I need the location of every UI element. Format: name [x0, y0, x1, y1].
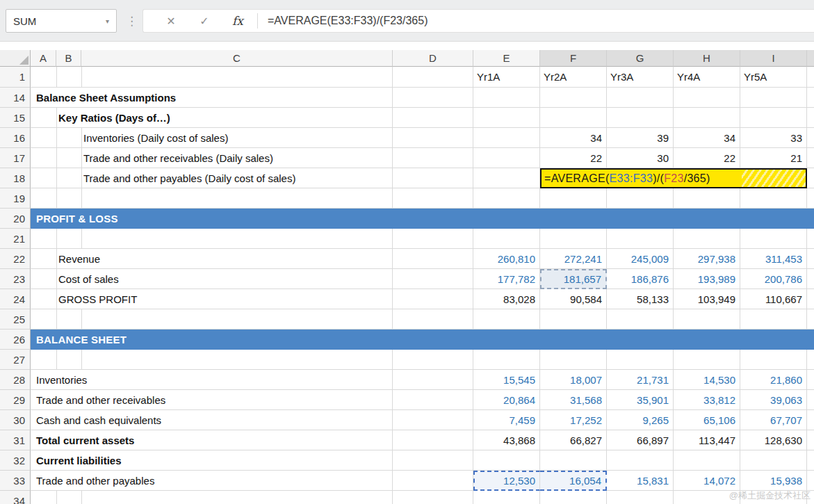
label-cell-r14[interactable]: Balance Sheet Assumptions	[31, 88, 393, 108]
label-cell-r29[interactable]: Trade and other receivables	[31, 390, 393, 410]
cell-F25[interactable]	[540, 309, 607, 330]
cell-E15[interactable]	[473, 108, 540, 128]
cell-G34[interactable]	[607, 491, 674, 504]
label-cell-r27[interactable]	[31, 350, 393, 370]
cell-I14[interactable]	[740, 88, 807, 108]
cell-F19[interactable]	[540, 188, 607, 209]
cell-H30[interactable]: 65,106	[674, 410, 740, 430]
cell-I22[interactable]: 311,453	[740, 249, 807, 269]
cell-G17[interactable]: 30	[607, 148, 674, 168]
label-cell-r30[interactable]: Cash and cash equivalents	[31, 410, 393, 430]
cell-F22[interactable]: 272,241	[540, 249, 607, 269]
cell-F30[interactable]: 17,252	[540, 410, 607, 430]
cell-G30[interactable]: 9,265	[607, 410, 674, 430]
cell-I31[interactable]: 128,630	[740, 430, 807, 450]
cell-H14[interactable]	[674, 88, 740, 108]
row-header-24[interactable]: 24	[0, 289, 31, 309]
cell-H33[interactable]: 14,072	[674, 471, 740, 491]
label-cell-r31[interactable]: Total current assets	[31, 430, 393, 450]
cell-H29[interactable]: 33,812	[674, 390, 740, 410]
cell-E32[interactable]	[473, 450, 540, 471]
column-header-D[interactable]: D	[393, 50, 473, 67]
cell-E30[interactable]: 7,459	[473, 410, 540, 430]
cell-D34[interactable]	[393, 491, 473, 504]
cell-D23[interactable]	[393, 269, 473, 289]
cell-H23[interactable]: 193,989	[674, 269, 740, 289]
cell-D28[interactable]	[393, 370, 473, 390]
cell-E34[interactable]	[473, 491, 540, 504]
cell-E14[interactable]	[473, 88, 540, 108]
cell-F21[interactable]	[540, 229, 607, 249]
row-header-20[interactable]: 20	[0, 209, 31, 229]
cell-H16[interactable]: 34	[674, 128, 740, 148]
cell-E25[interactable]	[473, 309, 540, 330]
cell-I24[interactable]: 110,667	[740, 289, 807, 309]
column-header-A[interactable]: A	[31, 50, 56, 67]
cell-H21[interactable]	[674, 229, 740, 249]
cell-I15[interactable]	[740, 108, 807, 128]
cell-G19[interactable]	[607, 188, 674, 209]
row-header-31[interactable]: 31	[0, 430, 31, 450]
cell-I1[interactable]: Yr5A	[740, 67, 807, 88]
cell-E23[interactable]: 177,782	[473, 269, 540, 289]
cell-H32[interactable]	[674, 450, 740, 471]
column-header-C[interactable]: C	[81, 50, 393, 67]
cell-D33[interactable]	[393, 471, 473, 491]
cell-D25[interactable]	[393, 309, 473, 330]
cell-F17[interactable]: 22	[540, 148, 607, 168]
label-cell-r23[interactable]: Cost of sales	[31, 269, 393, 289]
label-cell-r28[interactable]: Inventories	[31, 370, 393, 390]
cell-I16[interactable]: 33	[740, 128, 807, 148]
label-cell-r16[interactable]: Inventories (Daily cost of sales)	[31, 128, 393, 148]
row-header-28[interactable]: 28	[0, 370, 31, 390]
label-cell-r19[interactable]	[31, 188, 393, 209]
select-all-corner[interactable]	[0, 50, 31, 67]
cell-I29[interactable]: 39,063	[740, 390, 807, 410]
cell-H19[interactable]	[674, 188, 740, 209]
cell-D17[interactable]	[393, 148, 473, 168]
cell-I17[interactable]: 21	[740, 148, 807, 168]
label-cell-r22[interactable]: Revenue	[31, 249, 393, 269]
label-cell-r18[interactable]: Trade and other payables (Daily cost of …	[31, 168, 393, 188]
cell-I32[interactable]	[740, 450, 807, 471]
cell-E1[interactable]: Yr1A	[473, 67, 540, 88]
cell-H22[interactable]: 297,938	[674, 249, 740, 269]
cell-D14[interactable]	[393, 88, 473, 108]
cell-I27[interactable]	[740, 350, 807, 370]
cell-F15[interactable]	[540, 108, 607, 128]
cell-D27[interactable]	[393, 350, 473, 370]
cell-F27[interactable]	[540, 350, 607, 370]
cell-E33[interactable]: 12,530	[473, 471, 540, 491]
cell-D30[interactable]	[393, 410, 473, 430]
cell-D21[interactable]	[393, 229, 473, 249]
cell-G33[interactable]: 15,831	[607, 471, 674, 491]
label-cell-r21[interactable]	[31, 229, 393, 249]
name-box-dropdown-icon[interactable]: ▾	[106, 17, 109, 25]
column-header-G[interactable]: G	[607, 50, 674, 67]
cell-G1[interactable]: Yr3A	[607, 67, 674, 88]
row-header-18[interactable]: 18	[0, 168, 31, 188]
row-header-25[interactable]: 25	[0, 309, 31, 330]
cell-E21[interactable]	[473, 229, 540, 249]
cell-D29[interactable]	[393, 390, 473, 410]
cell-E17[interactable]	[473, 148, 540, 168]
active-formula-cell-F18[interactable]: =AVERAGE(E33:F33)/(F23/365)	[542, 170, 742, 187]
column-header-B[interactable]: B	[56, 50, 81, 67]
cell-D1[interactable]	[393, 67, 473, 88]
row-header-21[interactable]: 21	[0, 229, 31, 249]
cell-E28[interactable]: 15,545	[473, 370, 540, 390]
cell-I28[interactable]: 21,860	[740, 370, 807, 390]
section-banner-row20[interactable]: PROFIT & LOSS	[31, 209, 814, 229]
row-header-19[interactable]: 19	[0, 188, 31, 209]
cell-H24[interactable]: 103,949	[674, 289, 740, 309]
cell-G29[interactable]: 35,901	[607, 390, 674, 410]
cell-D15[interactable]	[393, 108, 473, 128]
cell-H15[interactable]	[674, 108, 740, 128]
cell-F28[interactable]: 18,007	[540, 370, 607, 390]
row-header-16[interactable]: 16	[0, 128, 31, 148]
formula-input[interactable]: =AVERAGE(E33:F33)/(F23/365)	[263, 15, 428, 27]
cell-D22[interactable]	[393, 249, 473, 269]
cell-F29[interactable]: 31,568	[540, 390, 607, 410]
row-header-14[interactable]: 14	[0, 88, 31, 108]
label-cell-r33[interactable]: Trade and other payables	[31, 471, 393, 491]
